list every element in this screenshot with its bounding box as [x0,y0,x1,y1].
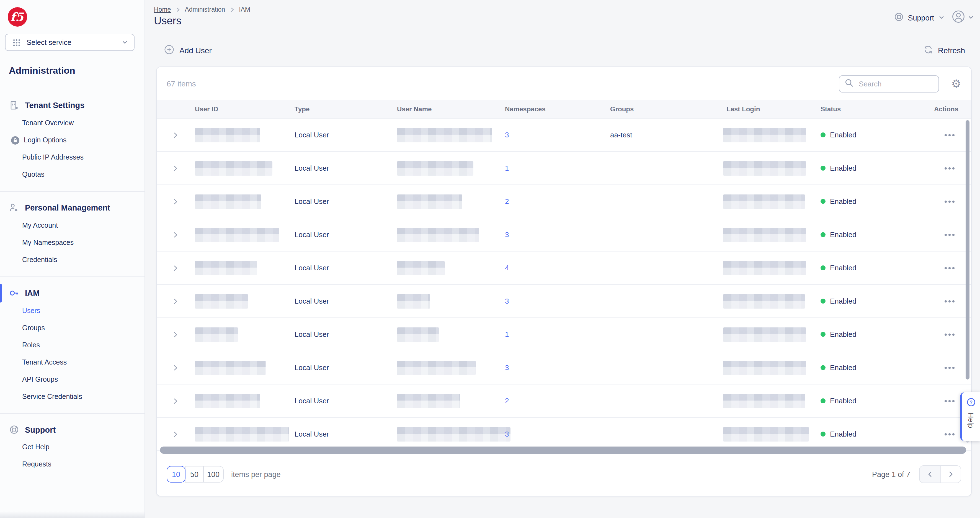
sidebar-item-my-account[interactable]: My Account [0,217,145,234]
sidebar-section-header-support[interactable]: Support [0,421,145,439]
table-header-row: User IDTypeUser NameNamespacesGroupsLast… [157,100,971,119]
help-tab[interactable]: ? Help [960,392,980,441]
horizontal-scrollbar[interactable] [160,446,966,454]
sidebar-item-roles[interactable]: Roles [0,337,145,354]
column-header-last-login[interactable]: Last Login [718,105,812,113]
row-expander[interactable] [157,132,186,138]
column-header-namespaces[interactable]: Namespaces [496,105,601,113]
namespaces-link[interactable]: 2 [505,197,509,206]
sidebar-item-label: API Groups [22,375,58,384]
sidebar-item-tenant-overview[interactable]: Tenant Overview [0,115,145,132]
chevron-down-icon [968,13,974,23]
page-size-10[interactable]: 10 [167,466,186,483]
status-label: Enabled [830,131,856,139]
row-actions-button[interactable] [908,134,971,136]
breadcrumb-item-administration[interactable]: Administration [185,6,225,13]
support-menu-label: Support [908,14,934,22]
redacted-user-name [397,161,473,175]
redacted-last-login [723,128,806,142]
sidebar-item-login-options[interactable]: Login Options [0,132,145,149]
column-header-user-id[interactable]: User ID [186,105,286,113]
column-header-actions[interactable]: Actions [908,105,971,113]
row-expander[interactable] [157,331,186,338]
page-size-100[interactable]: 100 [203,466,223,483]
sidebar-item-label: Groups [22,324,45,333]
add-user-label: Add User [180,46,212,54]
row-actions-button[interactable] [908,167,971,169]
sidebar-item-requests[interactable]: Requests [0,456,145,473]
row-actions-button[interactable] [908,234,971,236]
add-user-button[interactable]: Add User [164,45,212,56]
sidebar-item-groups[interactable]: Groups [0,320,145,337]
row-expander[interactable] [157,198,186,205]
sidebar-item-quotas[interactable]: Quotas [0,166,145,183]
namespaces-link[interactable]: 3 [505,363,509,372]
user-name-cell [388,128,496,142]
sidebar-section-personal-management: Personal ManagementMy AccountMy Namespac… [0,191,145,276]
column-header-groups[interactable]: Groups [601,105,718,113]
column-header-user-name[interactable]: User Name [388,105,496,113]
namespaces-link[interactable]: 1 [505,164,509,172]
row-expander[interactable] [157,431,186,437]
breadcrumb-item-home[interactable]: Home [154,6,171,13]
f5-logo[interactable]: f5 [8,7,27,27]
redacted-user-id [195,427,289,441]
sidebar-item-api-groups[interactable]: API Groups [0,371,145,388]
row-expander[interactable] [157,165,186,172]
last-login-cell [718,394,812,408]
status-badge: Enabled [812,131,908,139]
account-menu[interactable] [952,10,974,26]
sidebar-item-get-help[interactable]: Get Help [0,439,145,456]
row-actions-button[interactable] [908,367,971,369]
row-actions-button[interactable] [908,200,971,202]
redacted-user-name [397,394,460,408]
row-actions-button[interactable] [908,333,971,335]
breadcrumb-item-iam[interactable]: IAM [239,6,250,13]
namespaces-link[interactable]: 3 [505,297,509,305]
plus-circle-icon [164,45,174,56]
sidebar-item-tenant-access[interactable]: Tenant Access [0,354,145,371]
next-page-button[interactable] [940,466,961,483]
row-actions-button[interactable] [908,300,971,302]
row-expander[interactable] [157,298,186,304]
namespaces-link[interactable]: 3 [505,231,509,239]
search-input[interactable] [858,79,933,88]
row-expander[interactable] [157,231,186,238]
refresh-button[interactable]: Refresh [924,45,965,56]
sidebar-item-credentials[interactable]: Credentials [0,252,145,269]
namespaces-cell: 4 [496,264,601,272]
page-size-50[interactable]: 50 [185,466,204,483]
sidebar-item-public-ip-addresses[interactable]: Public IP Addresses [0,149,145,166]
namespaces-link[interactable]: 4 [505,264,509,272]
last-login-cell [718,294,812,308]
namespaces-link[interactable]: 3 [505,430,509,438]
column-header-type[interactable]: Type [286,105,388,113]
namespaces-link[interactable]: 1 [505,330,509,338]
type-cell: Local User [286,430,388,438]
table-row: Local User3Enabled [157,351,971,384]
gear-icon[interactable]: ⚙ [951,78,961,89]
status-dot [821,132,826,137]
prev-page-button[interactable] [920,466,940,483]
sidebar-item-users[interactable]: Users [0,303,145,320]
column-header-status[interactable]: Status [812,105,908,113]
service-selector[interactable]: Select service [5,34,135,51]
breadcrumb: HomeAdministrationIAM [154,6,971,13]
sidebar-section-header-tenant-settings[interactable]: Tenant Settings [0,96,145,115]
row-expander[interactable] [157,397,186,404]
sidebar-section-header-iam[interactable]: IAM [0,284,145,303]
support-menu[interactable]: Support [894,12,945,24]
sidebar-section-header-personal-management[interactable]: Personal Management [0,198,145,217]
namespaces-cell: 2 [496,197,601,206]
row-expander[interactable] [157,265,186,271]
header-actions: Support [894,10,974,26]
vertical-scrollbar[interactable] [966,120,969,379]
row-expander[interactable] [157,364,186,371]
row-actions-button[interactable] [908,267,971,269]
items-per-page-label: items per page [231,470,281,478]
namespaces-link[interactable]: 3 [505,131,509,139]
sidebar-item-my-namespaces[interactable]: My Namespaces [0,234,145,252]
sidebar-item-service-credentials[interactable]: Service Credentials [0,388,145,406]
namespaces-link[interactable]: 2 [505,397,509,405]
redacted-last-login [723,394,805,408]
